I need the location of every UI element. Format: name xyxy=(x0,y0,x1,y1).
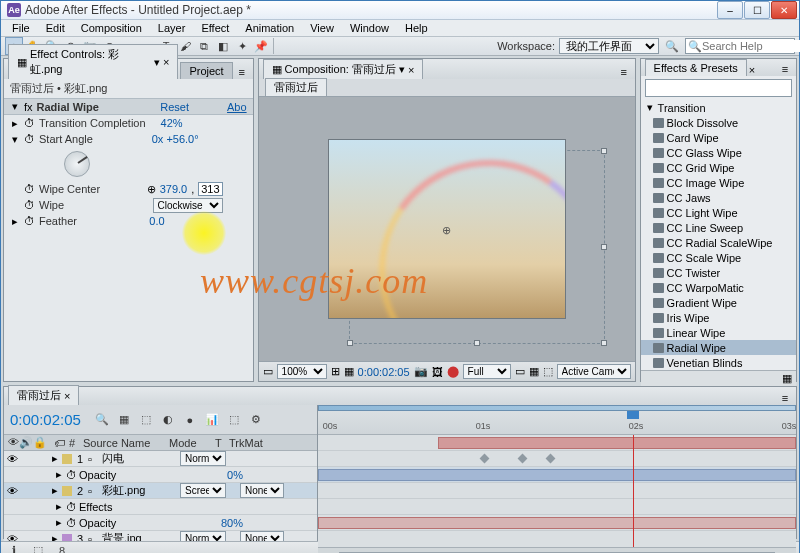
panel-menu-icon[interactable]: ≡ xyxy=(778,391,792,405)
prop-value[interactable]: 80% xyxy=(221,517,243,529)
preset-item[interactable]: Radial Wipe xyxy=(641,340,796,355)
maximize-button[interactable]: ☐ xyxy=(744,1,770,19)
res-icon[interactable]: ⊞ xyxy=(331,365,340,378)
preset-item[interactable]: CC Radial ScaleWipe xyxy=(641,235,796,250)
ep-category[interactable]: ▾Transition xyxy=(641,100,796,115)
info-icon[interactable]: ℹ xyxy=(5,542,23,554)
prop-wipe-select[interactable]: Clockwise xyxy=(153,198,223,213)
handle[interactable] xyxy=(347,340,353,346)
preset-item[interactable]: CC Scale Wipe xyxy=(641,250,796,265)
stopwatch-icon[interactable]: ⏱ xyxy=(66,469,77,481)
layer-property-row[interactable]: ▸⏱ Opacity80% xyxy=(4,515,317,531)
brush-tool[interactable]: 🖌 xyxy=(176,37,194,55)
clone-tool[interactable]: ⧉ xyxy=(195,37,213,55)
twirl-icon[interactable]: ▸ xyxy=(54,500,64,513)
trkmat-select[interactable]: None xyxy=(240,483,284,498)
menu-effect[interactable]: Effect xyxy=(194,20,236,36)
menu-edit[interactable]: Edit xyxy=(39,20,72,36)
prop-completion-value[interactable]: 42% xyxy=(161,117,183,129)
stopwatch-icon[interactable]: ⏱ xyxy=(24,183,35,195)
twirl-icon[interactable]: ▸ xyxy=(54,468,64,481)
preset-item[interactable]: CC WarpoMatic xyxy=(641,280,796,295)
preset-item[interactable]: Iris Wipe xyxy=(641,310,796,325)
preset-item[interactable]: Linear Wipe xyxy=(641,325,796,340)
comp-mini-icon[interactable]: ▦ xyxy=(115,411,133,429)
timeline-tab[interactable]: 雷雨过后 × xyxy=(8,385,79,405)
tab-effects-presets[interactable]: Effects & Presets xyxy=(645,59,747,76)
anchor-icon[interactable]: ⊕ xyxy=(442,224,452,234)
about-link[interactable]: Abo xyxy=(227,101,247,113)
workspace-select[interactable]: 我的工作界面 xyxy=(559,38,659,54)
menu-window[interactable]: Window xyxy=(343,20,396,36)
comp-subtab[interactable]: 雷雨过后 xyxy=(265,78,327,97)
timeline-tracks[interactable]: 00s 01s 02s 03s ▬ xyxy=(318,405,796,553)
layer-bar[interactable] xyxy=(438,437,797,449)
visibility-icon[interactable]: 👁 xyxy=(6,485,18,497)
square-icon[interactable]: ▭ xyxy=(263,365,273,378)
preset-item[interactable]: CC Line Sweep xyxy=(641,220,796,235)
zoom-in-icon[interactable]: ▲ xyxy=(779,550,790,554)
eraser-tool[interactable]: ◧ xyxy=(214,37,232,55)
graph-icon[interactable]: 📊 xyxy=(203,411,221,429)
preset-item[interactable]: CC Twister xyxy=(641,265,796,280)
search-help[interactable]: 🔍 xyxy=(685,38,795,54)
stopwatch-icon[interactable]: ⏱ xyxy=(66,501,77,513)
prop-feather-value[interactable]: 0.0 xyxy=(149,215,164,227)
tab-close-icon[interactable]: × xyxy=(64,390,70,402)
new-folder-icon[interactable]: ▦ xyxy=(782,372,792,385)
preset-item[interactable]: Block Dissolve xyxy=(641,115,796,130)
label-icon[interactable]: 🏷 xyxy=(54,437,65,449)
col-num[interactable]: # xyxy=(65,437,79,449)
keyframe[interactable] xyxy=(517,454,527,464)
show-snapshot-icon[interactable]: 🖼 xyxy=(432,366,443,378)
transparency-icon[interactable]: ▦ xyxy=(529,365,539,378)
layer-row[interactable]: 👁▸1▫闪电Norma xyxy=(4,451,317,467)
keyframe[interactable] xyxy=(546,454,556,464)
work-area[interactable] xyxy=(318,405,796,411)
snapshot-icon[interactable]: 📷 xyxy=(414,365,428,378)
preset-item[interactable]: CC Grid Wipe xyxy=(641,160,796,175)
menu-layer[interactable]: Layer xyxy=(151,20,193,36)
region-icon[interactable]: ▭ xyxy=(515,365,525,378)
channel-icon[interactable]: ⬤ xyxy=(447,365,459,378)
reset-link[interactable]: Reset xyxy=(160,101,189,113)
col-trkmat[interactable]: TrkMat xyxy=(229,437,263,449)
preset-item[interactable]: CC Light Wipe xyxy=(641,205,796,220)
stopwatch-icon[interactable]: ⏱ xyxy=(24,215,35,227)
grid-icon[interactable]: ▦ xyxy=(344,365,354,378)
preset-item[interactable]: Gradient Wipe xyxy=(641,295,796,310)
roto-tool[interactable]: ✦ xyxy=(233,37,251,55)
handle[interactable] xyxy=(474,340,480,346)
twirl-icon[interactable]: ▾ xyxy=(10,100,20,113)
twirl-icon[interactable]: ▸ xyxy=(10,117,20,130)
brain-icon[interactable]: ⚙ xyxy=(247,411,265,429)
tab-effect-controls[interactable]: ▦Effect Controls: 彩虹.png▾× xyxy=(8,44,178,79)
layer-property-row[interactable]: ▸⏱ Effects xyxy=(4,499,317,515)
twirl-icon[interactable]: ▸ xyxy=(50,452,60,465)
twirl-icon[interactable]: ▾ xyxy=(10,133,20,146)
prop-value[interactable]: 0% xyxy=(227,469,243,481)
prop-angle-value[interactable]: 0x +56.0° xyxy=(152,133,199,145)
effect-name[interactable]: Radial Wipe xyxy=(37,101,99,113)
frame-blend-icon[interactable]: ◐ xyxy=(159,411,177,429)
layer-row[interactable]: 👁▸2▫彩虹.pngScreenNone xyxy=(4,483,317,499)
preset-item[interactable]: Venetian Blinds xyxy=(641,355,796,370)
angle-dial[interactable] xyxy=(64,151,90,177)
prop-center-x[interactable]: 379.0 xyxy=(160,183,188,195)
stopwatch-icon[interactable]: ⏱ xyxy=(66,517,77,529)
visibility-icon[interactable]: 👁 xyxy=(6,453,18,465)
tab-composition[interactable]: ▦Composition: 雷雨过后▾× xyxy=(263,59,424,79)
panel-menu-icon[interactable]: ≡ xyxy=(235,65,249,79)
viewer-time[interactable]: 0:00:02:05 xyxy=(358,366,410,378)
handle[interactable] xyxy=(601,148,607,154)
menu-file[interactable]: File xyxy=(5,20,37,36)
puppet-tool[interactable]: 📌 xyxy=(252,37,270,55)
resolution-select[interactable]: Full xyxy=(463,364,511,379)
preset-item[interactable]: CC Glass Wipe xyxy=(641,145,796,160)
timeline-timecode[interactable]: 0:00:02:05 xyxy=(10,411,81,428)
blend-mode-select[interactable]: Screen xyxy=(180,483,226,498)
preset-item[interactable]: Card Wipe xyxy=(641,130,796,145)
layer-bar[interactable] xyxy=(318,469,796,481)
minimize-button[interactable]: – xyxy=(717,1,743,19)
close-button[interactable]: ✕ xyxy=(771,1,797,19)
